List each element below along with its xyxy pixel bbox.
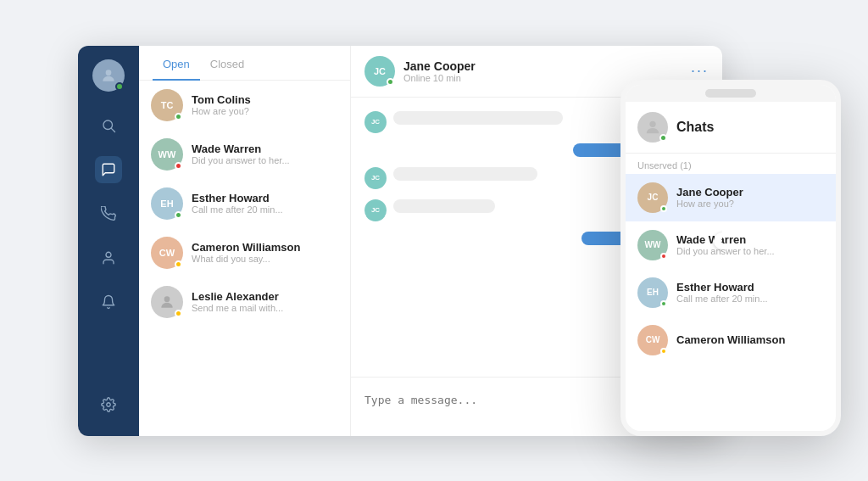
contact-status-dot: [175, 113, 182, 120]
contact-name: Wade Warren: [192, 143, 338, 155]
tab-closed[interactable]: Closed: [200, 46, 254, 81]
user-avatar[interactable]: [92, 59, 125, 92]
chat-list-item[interactable]: TC Tom Colins How are you?: [139, 81, 350, 130]
notifications-nav-item[interactable]: [95, 288, 122, 316]
contact-info: Wade Warren Did you answer to her...: [192, 143, 338, 165]
contact-preview: Send me a mail with...: [192, 303, 338, 313]
message-bubble: [393, 167, 537, 181]
tab-bar: Open Closed: [139, 46, 350, 81]
nav-icons: [95, 112, 122, 397]
mobile-contact-name: Cameron Williamson: [676, 333, 824, 346]
mobile-status-dot: [660, 253, 667, 260]
header-status-dot: [387, 78, 394, 86]
contact-status-dot: [175, 260, 182, 268]
contact-status-dot: [175, 211, 182, 219]
msg-avatar: JC: [364, 167, 387, 189]
contact-avatar: EH: [151, 187, 183, 220]
contact-avatar: TC: [151, 89, 183, 121]
mobile-contact-info: Wade Warren Did you answer to her...: [676, 233, 824, 256]
contact-avatar: WW: [151, 138, 183, 171]
sidebar-nav: ›: [78, 46, 139, 436]
mobile-contact-avatar: JC: [637, 182, 668, 213]
mobile-header: Chats: [626, 102, 836, 154]
svg-point-4: [107, 402, 111, 406]
contact-preview: Did you answer to her...: [192, 155, 338, 165]
contacts-nav-item[interactable]: [95, 244, 122, 271]
mobile-chat-list-item[interactable]: JC Jane Cooper How are you?: [626, 174, 836, 221]
svg-line-2: [111, 128, 114, 131]
mobile-title: Chats: [676, 120, 714, 135]
phone-nav-item[interactable]: [95, 200, 122, 227]
chat-list-item[interactable]: WW Wade Warren Did you answer to her...: [139, 130, 350, 179]
chat-list-item[interactable]: EH Esther Howard Call me after 20 min...: [139, 179, 350, 228]
mobile-status-dot: [660, 300, 667, 307]
mobile-contact-name: Wade Warren: [676, 233, 824, 246]
chat-nav-item[interactable]: [95, 156, 122, 183]
contact-name: Tom Colins: [192, 93, 338, 106]
header-avatar-initials: JC: [374, 66, 386, 76]
mobile-contact-info: Cameron Williamson: [676, 333, 824, 346]
chat-header-avatar: JC: [364, 56, 395, 87]
contact-name: Leslie Alexander: [192, 290, 338, 303]
mobile-contact-preview: Call me after 20 min...: [676, 294, 824, 304]
chat-list-item[interactable]: CW Cameron Williamson What did you say..…: [139, 228, 350, 277]
contact-info: Leslie Alexander Send me a mail with...: [192, 290, 338, 313]
svg-point-5: [164, 296, 170, 302]
msg-avatar: JC: [364, 199, 387, 221]
mobile-contact-preview: Did you answer to her...: [676, 246, 824, 256]
message-bubble: [393, 199, 495, 213]
contact-info: Esther Howard Call me after 20 min...: [192, 192, 338, 215]
contact-preview: What did you say...: [192, 254, 338, 264]
mobile-top-bar: [626, 85, 836, 102]
header-contact-name: Jane Cooper: [403, 59, 682, 73]
contact-avatar: CW: [151, 237, 183, 269]
mobile-contact-avatar: EH: [637, 277, 668, 308]
mobile-chat-list: JC Jane Cooper How are you? WW Wade Warr…: [626, 174, 836, 364]
mobile-contact-info: Esther Howard Call me after 20 min...: [676, 281, 824, 304]
mobile-section-label: Unserved (1): [626, 154, 836, 174]
mobile-chat-list-item[interactable]: EH Esther Howard Call me after 20 min...: [626, 269, 836, 316]
mobile-contact-avatar: CW: [637, 325, 668, 355]
contact-status-dot: [175, 310, 182, 317]
svg-point-3: [106, 252, 111, 257]
chat-list-panel: Open Closed TC Tom Colins How are you? W…: [139, 46, 351, 436]
contact-status-dot: [175, 162, 182, 170]
contact-name: Esther Howard: [192, 192, 338, 204]
settings-nav-item[interactable]: [101, 397, 116, 422]
mobile-status-dot: [659, 134, 667, 142]
mobile-header-avatar: [637, 112, 668, 143]
contact-name: Cameron Williamson: [192, 241, 338, 254]
chat-list: TC Tom Colins How are you? WW Wade Warre…: [139, 81, 350, 436]
mobile-status-dot: [660, 348, 667, 355]
search-nav-item[interactable]: [95, 112, 122, 139]
contact-avatar: [151, 286, 183, 318]
mobile-contact-preview: How are you?: [676, 199, 824, 209]
contact-info: Tom Colins How are you?: [192, 93, 338, 116]
user-status-dot: [115, 82, 124, 91]
mobile-contact-name: Esther Howard: [676, 281, 824, 294]
mobile-overlay: Chats Unserved (1) JC Jane Cooper How ar…: [620, 80, 841, 436]
header-more-button[interactable]: ···: [691, 62, 709, 80]
contact-info: Cameron Williamson What did you say...: [192, 241, 338, 264]
msg-avatar: JC: [364, 111, 387, 133]
mobile-notch: [705, 89, 756, 98]
mobile-contact-avatar: WW: [637, 230, 668, 260]
mobile-status-dot: [660, 205, 667, 212]
svg-point-6: [649, 120, 655, 126]
chat-list-item[interactable]: Leslie Alexander Send me a mail with...: [139, 277, 350, 327]
mobile-contact-name: Jane Cooper: [676, 186, 824, 199]
message-bubble: [393, 111, 563, 125]
mobile-contact-info: Jane Cooper How are you?: [676, 186, 824, 209]
tab-open[interactable]: Open: [153, 46, 200, 81]
contact-preview: Call me after 20 min...: [192, 204, 338, 215]
chevron-right-icon: ›: [721, 236, 722, 245]
contact-preview: How are you?: [192, 106, 338, 116]
svg-point-0: [106, 70, 112, 76]
mobile-chat-list-item[interactable]: CW Cameron Williamson: [626, 316, 836, 364]
mobile-chat-list-item[interactable]: WW Wade Warren Did you answer to her...: [626, 221, 836, 269]
